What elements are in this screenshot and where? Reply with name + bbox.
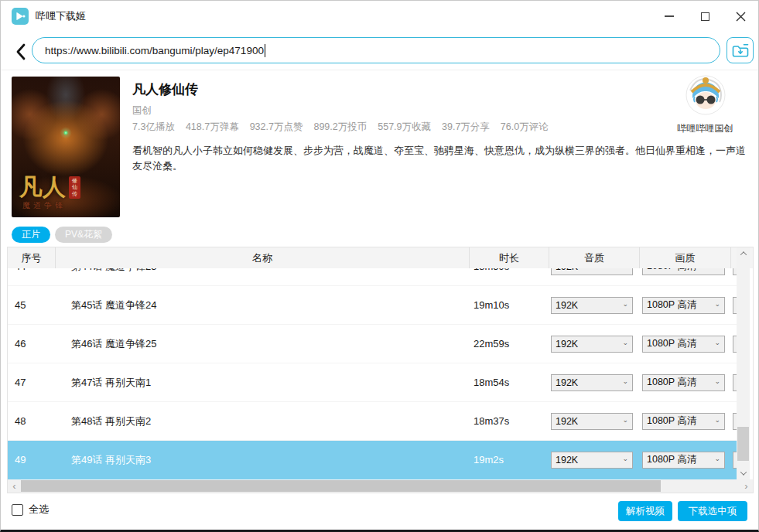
episode-number: 44: [8, 268, 56, 285]
chevron-down-icon: ⌄: [622, 378, 628, 385]
episode-table: 序号 名称 时长 音质 画质 44 第44话 魔道争锋23 18m59s 192…: [7, 247, 754, 493]
url-input[interactable]: https://www.bilibili.com/bangumi/play/ep…: [32, 37, 720, 63]
poster-title-main: 凡人: [19, 176, 66, 199]
video-quality-value: 1080P 高清: [647, 414, 696, 428]
select-all-checkbox[interactable]: [12, 504, 23, 516]
episode-name: 第49话 再别天南3: [56, 441, 470, 479]
audio-quality-value: 192K: [556, 300, 578, 311]
select-all[interactable]: 全选: [12, 503, 49, 517]
poster-image: 凡人 修仙传 魔道争锋: [12, 77, 120, 217]
tab-main-feature[interactable]: 正片: [12, 227, 50, 243]
column-header-duration: 时长: [470, 247, 549, 268]
scroll-up-button[interactable]: [737, 247, 750, 260]
table-header: 序号 名称 时长 音质 画质: [8, 247, 753, 268]
column-header-audio: 音质: [549, 247, 640, 268]
audio-quality-select[interactable]: 192K ⌄: [551, 336, 633, 353]
chevron-down-icon: ⌄: [622, 417, 628, 424]
back-button[interactable]: [12, 43, 29, 61]
chevron-down-icon: ⌄: [714, 378, 720, 385]
audio-quality-select[interactable]: 192K ⌄: [551, 374, 633, 391]
video-quality-value: 1080P 高清: [647, 268, 696, 273]
video-quality-select[interactable]: 1080P 高清 ⌄: [642, 268, 725, 275]
uploader-avatar: [685, 75, 726, 115]
parse-video-button[interactable]: 解析视频: [618, 501, 672, 521]
folder-download-icon: [732, 43, 749, 58]
stat-item: 899.2万投币: [313, 121, 367, 132]
video-quality-value: 1080P 高清: [647, 337, 696, 350]
vertical-scrollbar[interactable]: [737, 247, 750, 479]
download-selected-button[interactable]: 下载选中项: [678, 501, 747, 521]
nav-bar: https://www.bilibili.com/bangumi/play/ep…: [1, 32, 758, 70]
scroll-down-button[interactable]: [737, 467, 750, 479]
chevron-down-icon: ⌄: [622, 301, 628, 308]
poster-caption: 凡人 修仙传: [19, 176, 80, 199]
app-window: 哔哩下载姬 https://www.bilibili.com/bangumi/p…: [0, 0, 759, 532]
chevron-down-icon: ⌄: [622, 339, 628, 346]
episode-number: 49: [8, 441, 56, 479]
video-quality-select[interactable]: 1080P 高清 ⌄: [642, 413, 725, 430]
audio-quality-value: 192K: [556, 377, 578, 388]
episode-name: 第48话 再别天南2: [56, 402, 470, 440]
vertical-scroll-thumb[interactable]: [737, 427, 749, 461]
tab-pv-extras[interactable]: PV&花絮: [55, 227, 112, 243]
stat-item: 39.7万分享: [442, 121, 490, 132]
stat-item: 557.9万收藏: [378, 121, 431, 132]
episode-duration: 22m59s: [470, 325, 549, 363]
episode-duration: 19m10s: [470, 286, 549, 324]
video-quality-value: 1080P 高清: [647, 376, 696, 389]
video-quality-select[interactable]: 1080P 高清 ⌄: [642, 297, 725, 314]
close-icon: [735, 11, 747, 22]
media-title: 凡人修仙传: [132, 80, 198, 98]
chevron-down-icon: ⌄: [714, 455, 720, 462]
chevron-down-icon: ⌄: [714, 301, 720, 308]
audio-quality-select[interactable]: 192K ⌄: [551, 268, 633, 275]
chevron-down-icon: ⌄: [714, 417, 720, 424]
app-logo-icon: [12, 8, 29, 25]
audio-quality-select[interactable]: 192K ⌄: [551, 413, 633, 430]
minimize-button[interactable]: [651, 1, 687, 32]
audio-quality-select[interactable]: 192K ⌄: [551, 297, 633, 314]
download-folder-button[interactable]: [727, 37, 754, 63]
episode-number: 46: [8, 325, 56, 363]
chevron-left-icon: [15, 43, 26, 60]
table-row[interactable]: 44 第44话 魔道争锋23 18m59s 192K ⌄ 1080P 高清 ⌄: [8, 268, 737, 286]
video-quality-value: 1080P 高清: [647, 298, 696, 312]
poster-title-seal: 修仙传: [69, 176, 80, 199]
horizontal-scrollbar[interactable]: ‹ ›: [8, 479, 753, 493]
table-row[interactable]: 45 第45话 魔道争锋24 19m10s 192K ⌄ 1080P 高清 ⌄: [8, 286, 737, 325]
chevron-down-icon: ⌄: [622, 455, 628, 462]
maximize-button[interactable]: [687, 1, 723, 32]
audio-quality-select[interactable]: 192K ⌄: [551, 452, 633, 469]
url-text: https://www.bilibili.com/bangumi/play/ep…: [45, 45, 264, 56]
media-description: 看机智的凡人小子韩立如何稳健发展、步步为营，战魔道、夺至宝、驰骋星海、快意恩仇，…: [132, 143, 747, 174]
scroll-left-button[interactable]: ‹: [8, 479, 21, 493]
audio-quality-value: 192K: [556, 339, 578, 350]
scroll-right-button[interactable]: ›: [740, 479, 753, 493]
video-quality-value: 1080P 高清: [647, 453, 696, 466]
table-row[interactable]: 48 第48话 再别天南2 18m37s 192K ⌄ 1080P 高清 ⌄: [8, 402, 737, 441]
episode-duration: 18m54s: [470, 363, 549, 401]
stat-item: 7.3亿播放: [132, 121, 175, 132]
title-bar: 哔哩下载姬: [1, 1, 758, 32]
close-button[interactable]: [723, 1, 758, 32]
horizontal-scroll-thumb[interactable]: [21, 480, 661, 492]
video-quality-select[interactable]: 1080P 高清 ⌄: [642, 336, 725, 353]
tabs: 正片PV&花絮: [12, 227, 112, 243]
app-title: 哔哩下载姬: [36, 9, 86, 23]
episode-duration: 18m37s: [470, 402, 549, 440]
uploader-block: 哔哩哔哩国创: [665, 75, 746, 135]
media-category: 国创: [132, 104, 152, 118]
episode-name: 第45话 魔道争锋24: [56, 286, 470, 324]
chevron-up-icon: [740, 251, 746, 257]
episode-name: 第44话 魔道争锋23: [56, 268, 470, 285]
video-quality-select[interactable]: 1080P 高清 ⌄: [642, 452, 725, 469]
table-row[interactable]: 47 第47话 再别天南1 18m54s 192K ⌄ 1080P 高清 ⌄: [8, 363, 737, 402]
table-rows: 44 第44话 魔道争锋23 18m59s 192K ⌄ 1080P 高清 ⌄ …: [8, 268, 737, 479]
table-row[interactable]: 49 第49话 再别天南3 19m2s 192K ⌄ 1080P 高清 ⌄: [8, 441, 737, 479]
column-header-index: 序号: [8, 247, 56, 268]
table-row[interactable]: 46 第46话 魔道争锋25 22m59s 192K ⌄ 1080P 高清 ⌄: [8, 325, 737, 363]
video-quality-select[interactable]: 1080P 高清 ⌄: [642, 374, 725, 391]
column-header-video: 画质: [640, 247, 731, 268]
table-viewport: 44 第44话 魔道争锋23 18m59s 192K ⌄ 1080P 高清 ⌄ …: [8, 268, 737, 479]
poster-title-sub: 魔道争锋: [22, 200, 66, 211]
